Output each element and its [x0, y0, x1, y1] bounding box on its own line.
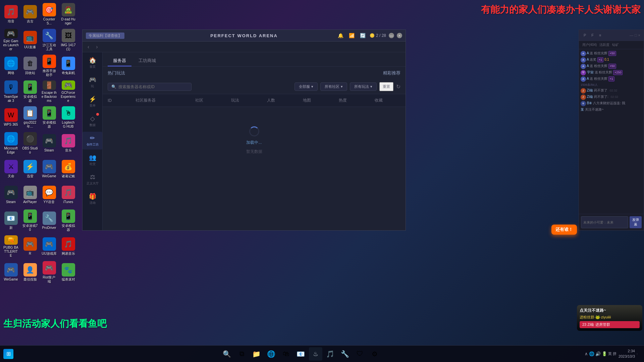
chat-stat-active[interactable]: 活跃度: [599, 43, 609, 47]
desktop-icon[interactable]: 🎮 WeGame: [40, 157, 58, 182]
sidebar-item-玩[interactable]: 🎮 玩: [83, 73, 102, 91]
desktop-icon[interactable]: 🚪 Escape the Backrooms: [40, 79, 58, 104]
taskbar-icon-task-view[interactable]: ⧉: [235, 347, 249, 361]
desktop-icon[interactable]: W WPS 365: [2, 105, 20, 130]
desktop-icon[interactable]: 🔧 ProDriver: [40, 208, 58, 233]
battery-icon[interactable]: 🔋: [602, 351, 607, 356]
desktop-icon[interactable]: 💰 诸葛记账: [59, 157, 77, 182]
desktop-icon[interactable]: 🎵 iTunes: [59, 182, 77, 207]
filter-all-btn[interactable]: 全部服 ▾: [294, 82, 318, 91]
chat-stat-users[interactable]: 用户(404): [582, 43, 597, 47]
ime-en-icon[interactable]: 英: [608, 351, 612, 356]
bell-icon[interactable]: 🔔: [336, 32, 345, 39]
desktop-icon[interactable]: 🎮 Steam: [40, 131, 58, 156]
filter-mode-btn[interactable]: 所有玩法 ▾: [350, 82, 377, 91]
desktop-icon[interactable]: 📧 新: [2, 208, 20, 233]
desktop-icon[interactable]: 🎮 Riot客户端: [40, 260, 58, 285]
titlebar-badge[interactable]: 专属福利【请查收】: [86, 33, 124, 39]
table-container[interactable]: ID社区服务器社区玩法人数地图热度收藏 加载中... 暂无数据: [103, 94, 406, 230]
desktop-icon[interactable]: 📱 安卓游戏70: [21, 208, 39, 233]
taskbar-icon-settings[interactable]: ⚙: [368, 347, 381, 361]
tab-工坊商城[interactable]: 工坊商城: [133, 56, 161, 66]
taskbar-icon-mail[interactable]: 📧: [294, 347, 308, 361]
desktop-icon[interactable]: 🖱 Logitech G HUB: [59, 105, 77, 130]
send-button[interactable]: 发弹幕: [630, 216, 642, 228]
network-sys-icon[interactable]: 🌐: [589, 351, 594, 356]
minimize-button[interactable]: —: [389, 33, 394, 38]
chat-tab-menu[interactable]: ≡: [598, 33, 602, 38]
taskbar-icon-steam[interactable]: ♨: [309, 347, 322, 361]
ime-cn-icon[interactable]: 拼: [613, 351, 616, 356]
taskbar-icon-music[interactable]: 🎵: [324, 347, 337, 361]
caret-icon[interactable]: ∧: [585, 351, 588, 356]
desktop-icon[interactable]: ⚡ 迅雷: [21, 157, 39, 182]
tab-服务器[interactable]: 服务器: [108, 56, 131, 66]
search-box[interactable]: 🔍: [108, 83, 192, 91]
desktop-icon[interactable]: 👤 最佳捏脸: [21, 260, 39, 285]
taskbar-icon-security[interactable]: 🛡: [353, 347, 367, 361]
desktop-icon[interactable]: 🎮 GCForce Experience: [59, 79, 77, 104]
show-desktop-btn[interactable]: [637, 353, 641, 355]
desktop-icon[interactable]: 🔧 沙三互动工具: [40, 27, 58, 53]
desktop-icon[interactable]: 🎮 Epic Games Launcher: [2, 27, 20, 53]
desktop-icon[interactable]: 🧟 D ead Hunger: [59, 2, 77, 27]
desktop-icon[interactable]: 🎙 TeamSpeak 3: [2, 79, 20, 104]
desktop-icon[interactable]: 📱 安卓模拟器: [59, 208, 77, 233]
back-button[interactable]: ‹: [86, 43, 91, 51]
desktop-icon[interactable]: 🌐 网络: [2, 53, 20, 78]
sidebar-item-创作工坊[interactable]: ✏ 创作工坊: [83, 132, 102, 149]
taskbar-icon-tool[interactable]: 🔧: [338, 347, 352, 361]
chat-close-btn[interactable]: ×: [638, 33, 640, 37]
chat-minimize-btn[interactable]: —: [630, 33, 633, 37]
desktop-icon[interactable]: 🎮 吉古: [21, 2, 39, 27]
desktop-icon[interactable]: 💬 YY语音: [40, 182, 58, 207]
desktop-icon[interactable]: 📱 奇兔刷机: [59, 53, 77, 78]
taskbar-icon-store[interactable]: 🛍: [279, 347, 293, 361]
desktop-icon[interactable]: 🌐 Microsoft Edge: [2, 131, 20, 156]
sidebar-item-首页[interactable]: 🏠 首页: [83, 54, 102, 72]
filter-community-btn[interactable]: 所有社区 ▾: [320, 82, 347, 91]
desktop-icon[interactable]: 📺 AirPlayer: [21, 182, 39, 207]
reset-button[interactable]: 重置: [379, 82, 393, 91]
desktop-icon[interactable]: 🎮 WeGame: [2, 260, 20, 285]
desktop-icon[interactable]: 📱 安卓模拟器: [21, 79, 39, 104]
chat-tab-f[interactable]: F: [590, 33, 595, 38]
desktop-icon[interactable]: 🎵 网易音乐: [59, 234, 77, 259]
sidebar-item-数据[interactable]: ◇ 数据: [83, 112, 102, 130]
desktop-icon[interactable]: 📺 UU直播: [21, 27, 39, 53]
start-button[interactable]: ⊞: [0, 346, 17, 362]
desktop-icon[interactable]: 🔫 PUBG BATTLERITE: [2, 234, 20, 259]
taskbar-icon-edge[interactable]: 🌐: [265, 347, 278, 361]
forward-button[interactable]: ›: [94, 43, 99, 51]
desktop-icon[interactable]: 🎯 Counter S...: [40, 2, 58, 27]
desktop-icon[interactable]: 🎵 音乐: [59, 131, 77, 156]
refresh-list-icon[interactable]: ↻: [396, 83, 400, 90]
chat-input[interactable]: [581, 216, 628, 228]
desktop-icon[interactable]: 📋 gsy2022年...: [21, 105, 39, 130]
desktop-icon[interactable]: 🐾 猛兽派对: [59, 260, 77, 285]
sidebar-item-活动[interactable]: 🎁 活动: [83, 190, 102, 208]
desktop-icon[interactable]: 🗑 回收站: [21, 53, 39, 78]
taskbar-icon-file[interactable]: 📁: [250, 347, 263, 361]
taskbar-icon-search[interactable]: 🔍: [220, 347, 234, 361]
desktop-icon[interactable]: 🎮 UU游戏库: [40, 234, 58, 259]
desktop-icon[interactable]: 🖼 IMG 1417 (1): [59, 27, 77, 53]
chat-stat-diamond[interactable]: 钻矿: [612, 43, 619, 47]
desktop-icon[interactable]: 📱 推荐手游助手: [40, 53, 58, 78]
desktop-icon[interactable]: 🎮 Steam: [2, 182, 20, 207]
desktop-icon[interactable]: 📱 安卓模拟器: [40, 105, 58, 130]
volume-icon[interactable]: 🔊: [595, 351, 601, 356]
signal-icon[interactable]: 📶: [347, 32, 356, 39]
sidebar-item-竞串[interactable]: ⚡ 竞串: [83, 93, 102, 111]
sidebar-item-社交[interactable]: 👥 社交: [83, 151, 102, 169]
chat-resize-btn[interactable]: □: [635, 33, 637, 37]
desktop-icon[interactable]: ⚫ OBS Studio: [21, 131, 39, 156]
search-input[interactable]: [118, 84, 188, 89]
taskbar-clock[interactable]: 2:34 2023/10/3: [619, 349, 635, 359]
refresh-icon[interactable]: 🔄: [359, 32, 367, 39]
desktop-icon[interactable]: ⚔ 天命: [2, 157, 20, 182]
close-button[interactable]: ×: [397, 33, 402, 38]
sidebar-item-正义大厅[interactable]: ⚖ 正义大厅: [83, 171, 102, 188]
chat-messages[interactable]: A A 送 粉丝光辉 ×50 A A 送奖 ×1 0.1 A A 送 粉丝关辉 …: [579, 49, 644, 214]
desktop-icon[interactable]: 🎵 培音: [2, 2, 20, 27]
